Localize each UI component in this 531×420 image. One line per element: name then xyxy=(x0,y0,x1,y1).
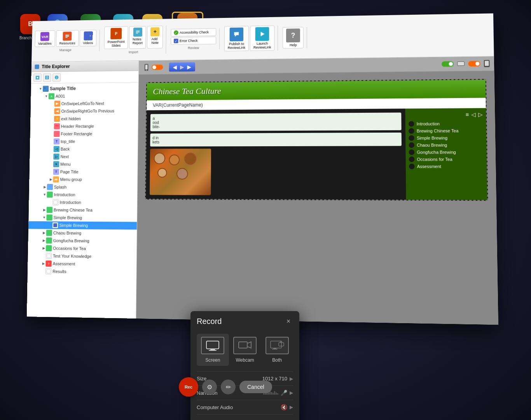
tree-label-introduction: Introduction xyxy=(54,192,75,197)
cancel-button[interactable]: Cancel xyxy=(239,381,272,393)
tree-item-splash[interactable]: ▶ Splash xyxy=(29,183,137,191)
modal-close-button[interactable]: × xyxy=(284,317,293,326)
computer-audio-arrow[interactable]: ▶ xyxy=(290,404,293,410)
error-check-label: Error Check xyxy=(180,38,198,42)
size-arrow[interactable]: ▶ xyxy=(290,376,293,382)
record-modal: Record × Screen Webcam xyxy=(190,311,299,420)
tree-item-exit-hidden[interactable]: · ⚡ exit hidden xyxy=(30,114,138,122)
review-section: ✓ Accessibility Check ✓ Error Check Revi… xyxy=(171,28,220,50)
slide-header: Chinese Tea Culture xyxy=(147,80,486,100)
menu-item-gongfucha[interactable]: Gongfucha Brewing xyxy=(409,149,484,155)
accessibility-check-button[interactable]: ✓ Accessibility Check xyxy=(171,28,217,36)
error-check-button[interactable]: ✓ Error Check xyxy=(171,37,216,45)
publish-label: Publish toReviewLink xyxy=(228,42,245,49)
svg-rect-30 xyxy=(136,33,138,33)
tree-label-test: Test Your Knowledge xyxy=(53,254,91,259)
tree-item-menu-group[interactable]: ▶ Menu group xyxy=(29,175,137,183)
tree-item-introduction-child[interactable]: · Introduction xyxy=(29,198,137,206)
webcam-option-label: Webcam xyxy=(236,357,254,363)
rec-button[interactable]: Rec xyxy=(179,377,198,397)
menu-item-chaou[interactable]: Chaou Brewing xyxy=(409,142,483,148)
videos-button[interactable]: Videos xyxy=(80,30,97,46)
menu-label-brewing-chinese: Brewing Chinese Tea xyxy=(417,128,459,133)
menu-item-simple-brewing[interactable]: Simple Brewing xyxy=(409,135,483,141)
slide-text-block-2: d inkets xyxy=(150,133,402,147)
slide-subtitle-text: VAR(CurrentPageName) xyxy=(153,102,203,108)
tree-item-simple-brewing[interactable]: ▼ Simple Brewing xyxy=(28,214,137,222)
tree-item-gongfucha[interactable]: ▶ Gongfucha Brewing xyxy=(28,236,136,245)
tree-item-header-rect[interactable]: · Header Rectangle xyxy=(30,122,138,130)
menu-item-assessment[interactable]: Assessment xyxy=(409,164,484,169)
slide-menu-icon[interactable]: ≡ xyxy=(466,111,469,117)
menu-item-occasions[interactable]: Occasions for Tea xyxy=(409,156,484,162)
menu-item-brewing-chinese[interactable]: Brewing Chinese Tea xyxy=(409,128,483,134)
slide-back-icon[interactable]: ◁ xyxy=(471,111,476,117)
review-checks: ✓ Accessibility Check ✓ Error Check xyxy=(171,28,216,45)
tree-item-swiperight[interactable]: · OnSwipeRightGoTo Previous xyxy=(31,107,138,115)
settings-button[interactable]: ⚙ xyxy=(202,380,217,394)
resources-button[interactable]: Resources xyxy=(56,30,79,47)
tree-root[interactable]: ▼ Sample Title xyxy=(31,84,138,93)
explorer-btn-1[interactable] xyxy=(33,74,42,82)
mobile-toggle[interactable] xyxy=(143,63,163,71)
svg-text:?: ? xyxy=(291,31,295,39)
record-option-both[interactable]: Both xyxy=(261,334,293,366)
speaker-muted-icon: 🔇 xyxy=(281,404,287,410)
tree-item-introduction[interactable]: ▼ Introduction xyxy=(29,191,137,199)
tree-item-brewing-chinese[interactable]: ▶ Brewing Chinese Tea xyxy=(29,206,137,214)
tree-label-introduction-child: Introduction xyxy=(60,200,81,205)
tree-item-occasions[interactable]: ▶ Occasions for Tea xyxy=(28,244,136,253)
tree-item-footer-rect[interactable]: · Footer Rectangle xyxy=(30,130,138,138)
help-label: Help xyxy=(290,43,297,47)
svg-text:i: i xyxy=(56,75,57,80)
menu-label-simple-brewing: Simple Brewing xyxy=(417,136,447,140)
tree-item-swipeleft[interactable]: · OnSwipeLeftGoTo Next xyxy=(31,99,138,107)
tree-item-simple-brewing-child[interactable]: · Simple Brewing xyxy=(28,221,137,230)
record-option-screen[interactable]: Screen xyxy=(197,334,229,366)
variables-button[interactable]: VAR Variables xyxy=(35,30,55,47)
launch-reviewlink-button[interactable]: LaunchReviewLink xyxy=(250,25,274,51)
tree-item-page-title[interactable]: · T Page Title xyxy=(30,168,138,176)
svg-rect-61 xyxy=(54,180,58,180)
title-explorer-panel: Title Explorer i ▼ xyxy=(27,61,139,318)
slide-text-block: aoodbite- xyxy=(150,112,402,131)
svg-rect-68 xyxy=(47,231,51,235)
help-button[interactable]: ? Help xyxy=(283,27,304,49)
svg-rect-62 xyxy=(48,185,52,189)
add-note-button[interactable]: + AddNote xyxy=(147,26,163,49)
notes-button[interactable]: NotesReport xyxy=(129,26,146,49)
record-option-webcam[interactable]: Webcam xyxy=(229,334,261,366)
tree-item-menu[interactable]: · ≡ Menu xyxy=(30,160,138,168)
tree-item-top-title[interactable]: · T top_title xyxy=(30,137,138,145)
menu-item-introduction[interactable]: Introduction xyxy=(409,121,483,127)
svg-rect-45 xyxy=(37,77,38,79)
tree-item-back[interactable]: · ◁ Back xyxy=(30,145,138,153)
main-content-area: Title Explorer i ▼ xyxy=(27,56,498,325)
powerpoint-button[interactable]: P PowerPointSlides xyxy=(104,26,128,49)
tree-label-menu: Menu xyxy=(60,162,71,166)
svg-text:A: A xyxy=(51,95,52,98)
view-toggles xyxy=(442,60,490,68)
both-option-icon xyxy=(266,337,289,354)
svg-text:✓: ✓ xyxy=(175,31,178,35)
mobile-toggle-switch[interactable] xyxy=(152,65,163,70)
tree-item-chaou[interactable]: ▶ Chaou Brewing xyxy=(28,229,137,237)
tablet-toggle[interactable] xyxy=(468,61,480,66)
desktop-toggle[interactable] xyxy=(442,61,454,66)
tree-item-next[interactable]: · ▷ Next xyxy=(30,153,138,161)
nav-prev-btn[interactable]: ◀ xyxy=(173,64,177,70)
explorer-btn-2[interactable] xyxy=(43,74,51,82)
svg-rect-63 xyxy=(48,193,52,197)
svg-rect-23 xyxy=(85,34,90,38)
pencil-button[interactable]: ✏ xyxy=(221,380,236,394)
tree-item-a001[interactable]: ▼ A A001 xyxy=(31,92,138,100)
publish-reviewlink-button[interactable]: Publish toReviewLink xyxy=(224,26,249,51)
tree-label-swiperight: OnSwipeRightGoTo Previous xyxy=(61,108,114,114)
explorer-btn-3[interactable]: i xyxy=(52,73,61,81)
narration-arrow[interactable]: ▶ xyxy=(290,390,293,396)
nav-next-btn[interactable]: ▶ xyxy=(187,64,191,70)
nav-play-btn[interactable]: ▶ xyxy=(180,64,184,70)
help-section: ? Help xyxy=(283,26,307,48)
tree-item-results[interactable]: · Results xyxy=(28,267,136,276)
slide-forward-icon[interactable]: ▷ xyxy=(478,111,483,117)
